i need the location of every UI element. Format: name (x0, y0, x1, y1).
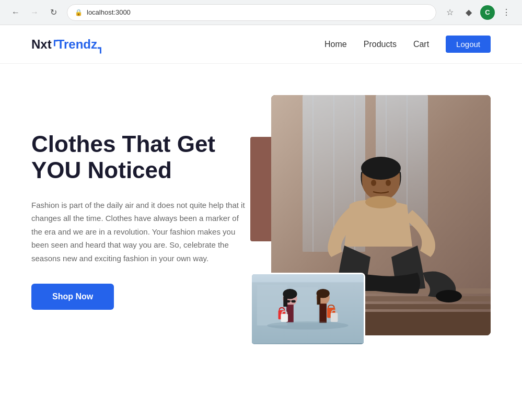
logo-nxt-text: Nxt (31, 37, 52, 52)
forward-button[interactable]: → (27, 5, 42, 20)
svg-point-18 (371, 180, 376, 186)
hero-description: Fashion is part of the daily air and it … (31, 199, 250, 265)
logo-trendz-text: Trendz (54, 37, 100, 52)
hero-content: Clothes That Get YOU Noticed Fashion is … (31, 131, 250, 310)
svg-point-19 (386, 180, 391, 186)
svg-rect-29 (292, 300, 296, 302)
bracket-open-icon: ┏ (52, 35, 57, 46)
browser-actions: ☆ ◆ C ⋮ (443, 5, 514, 20)
hero-secondary-image (250, 273, 365, 346)
navbar: Nxt ┏ Trendz ┓ Home Products Cart Logout (0, 25, 522, 64)
star-icon[interactable]: ☆ (443, 5, 457, 20)
svg-point-15 (365, 196, 397, 208)
svg-point-16 (436, 290, 462, 302)
nav-cart[interactable]: Cart (413, 40, 429, 49)
hero-women-illustration (252, 274, 364, 344)
hero-title: Clothes That Get YOU Noticed (31, 131, 250, 184)
page-wrapper: Nxt ┏ Trendz ┓ Home Products Cart Logout… (0, 25, 522, 420)
logout-button[interactable]: Logout (446, 36, 491, 53)
svg-point-39 (267, 321, 349, 330)
extensions-icon[interactable]: ◆ (461, 5, 476, 20)
hero-secondary-image-inner (252, 274, 364, 344)
nav-home[interactable]: Home (324, 40, 347, 49)
svg-rect-32 (281, 314, 288, 322)
nav-products[interactable]: Products (364, 40, 397, 49)
url-text: localhost:3000 (87, 8, 131, 16)
svg-rect-34 (319, 304, 327, 323)
nav-links: Home Products Cart Logout (324, 36, 491, 53)
hero-title-line1: Clothes That Get (31, 131, 215, 157)
bracket-close-icon: ┓ (98, 42, 103, 54)
logo: Nxt ┏ Trendz ┓ (31, 37, 100, 52)
svg-rect-38 (331, 313, 338, 322)
lock-icon: 🔒 (75, 9, 83, 16)
address-bar[interactable]: 🔒 localhost:3000 (67, 4, 436, 21)
svg-point-17 (361, 157, 401, 180)
back-button[interactable]: ← (8, 5, 23, 20)
hero-images (250, 95, 491, 346)
avatar[interactable]: C (480, 5, 495, 20)
browser-nav-buttons: ← → ↻ (8, 5, 61, 20)
reload-button[interactable]: ↻ (46, 5, 61, 20)
menu-icon[interactable]: ⋮ (499, 5, 514, 20)
logo-trendz-wrapper: ┏ Trendz ┓ (54, 37, 100, 52)
browser-chrome: ← → ↻ 🔒 localhost:3000 ☆ ◆ C ⋮ (0, 0, 522, 25)
svg-rect-28 (286, 300, 290, 302)
hero-section: Clothes That Get YOU Noticed Fashion is … (0, 64, 522, 367)
shop-now-button[interactable]: Shop Now (31, 284, 114, 310)
hero-title-line2: YOU Noticed (31, 157, 172, 183)
svg-rect-36 (317, 296, 321, 305)
